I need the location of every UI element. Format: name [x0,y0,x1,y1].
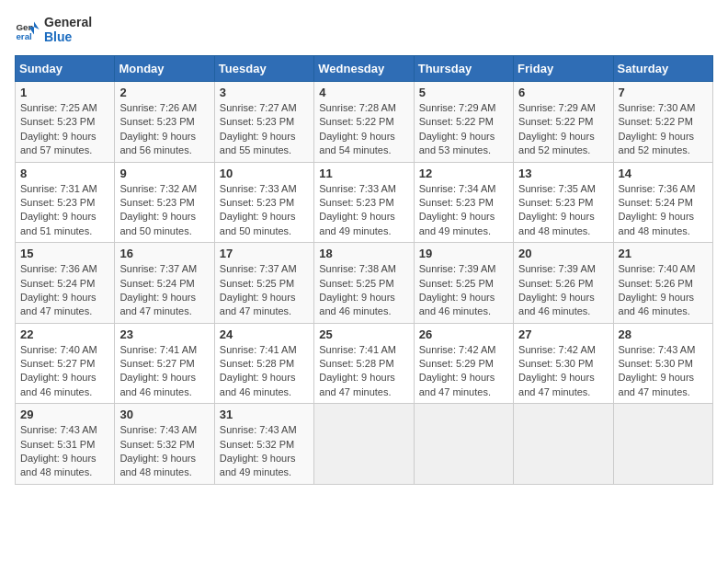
day-number: 14 [619,167,708,180]
day-number: 22 [20,327,109,341]
day-number: 29 [20,408,109,421]
day-detail: Sunrise: 7:27 AM Sunset: 5:23 PM Dayligh… [220,101,309,158]
day-number: 8 [20,167,109,180]
calendar-cell: 2 Sunrise: 7:26 AM Sunset: 5:23 PM Dayli… [115,82,214,163]
day-detail: Sunrise: 7:26 AM Sunset: 5:23 PM Dayligh… [119,101,209,158]
calendar-cell: 1 Sunrise: 7:25 AM Sunset: 5:23 PM Dayli… [16,82,115,163]
day-detail: Sunrise: 7:32 AM Sunset: 5:23 PM Dayligh… [119,182,209,239]
day-number: 17 [220,247,309,260]
header-saturday: Saturday [613,56,712,82]
calendar-cell: 14 Sunrise: 7:36 AM Sunset: 5:24 PM Dayl… [613,162,712,243]
day-number: 21 [619,247,708,260]
logo-text-line1: General [44,15,92,29]
calendar-cell: 24 Sunrise: 7:41 AM Sunset: 5:28 PM Dayl… [214,323,313,404]
day-number: 10 [220,167,309,180]
calendar-cell: 6 Sunrise: 7:29 AM Sunset: 5:22 PM Dayli… [514,82,613,163]
calendar-cell: 4 Sunrise: 7:28 AM Sunset: 5:22 PM Dayli… [314,82,414,163]
calendar-cell: 9 Sunrise: 7:32 AM Sunset: 5:23 PM Dayli… [115,162,214,243]
day-number: 18 [319,247,408,260]
day-number: 28 [619,327,708,341]
calendar-cell: 29 Sunrise: 7:43 AM Sunset: 5:31 PM Dayl… [16,404,115,485]
day-detail: Sunrise: 7:36 AM Sunset: 5:24 PM Dayligh… [20,262,109,319]
calendar-cell: 7 Sunrise: 7:30 AM Sunset: 5:22 PM Dayli… [613,82,712,163]
page-header: Gen eral General Blue [15,15,713,44]
header-thursday: Thursday [414,56,513,82]
calendar-cell: 8 Sunrise: 7:31 AM Sunset: 5:23 PM Dayli… [16,162,115,243]
week-row-1: 1 Sunrise: 7:25 AM Sunset: 5:23 PM Dayli… [16,82,713,163]
day-number: 27 [518,327,608,341]
calendar-cell: 20 Sunrise: 7:39 AM Sunset: 5:26 PM Dayl… [514,243,613,324]
day-detail: Sunrise: 7:29 AM Sunset: 5:22 PM Dayligh… [518,101,608,158]
calendar-cell: 10 Sunrise: 7:33 AM Sunset: 5:23 PM Dayl… [214,162,313,243]
day-number: 7 [619,86,708,99]
logo-icon: Gen eral [15,17,40,42]
day-detail: Sunrise: 7:35 AM Sunset: 5:23 PM Dayligh… [518,182,608,239]
calendar-cell: 5 Sunrise: 7:29 AM Sunset: 5:22 PM Dayli… [414,82,513,163]
day-detail: Sunrise: 7:39 AM Sunset: 5:25 PM Dayligh… [419,262,508,319]
day-detail: Sunrise: 7:25 AM Sunset: 5:23 PM Dayligh… [20,101,109,158]
svg-text:eral: eral [16,31,32,41]
day-detail: Sunrise: 7:28 AM Sunset: 5:22 PM Dayligh… [319,101,408,158]
day-detail: Sunrise: 7:30 AM Sunset: 5:22 PM Dayligh… [619,101,708,158]
day-detail: Sunrise: 7:37 AM Sunset: 5:24 PM Dayligh… [119,262,209,319]
day-detail: Sunrise: 7:34 AM Sunset: 5:23 PM Dayligh… [419,182,508,239]
day-number: 12 [419,167,508,180]
calendar-cell: 26 Sunrise: 7:42 AM Sunset: 5:29 PM Dayl… [414,323,513,404]
day-detail: Sunrise: 7:40 AM Sunset: 5:26 PM Dayligh… [619,262,708,319]
header-friday: Friday [514,56,613,82]
calendar-cell: 27 Sunrise: 7:42 AM Sunset: 5:30 PM Dayl… [514,323,613,404]
day-number: 26 [419,327,508,341]
day-number: 2 [119,86,209,99]
calendar-cell [414,404,513,485]
day-detail: Sunrise: 7:42 AM Sunset: 5:29 PM Dayligh… [419,343,508,400]
day-number: 25 [319,327,408,341]
day-detail: Sunrise: 7:38 AM Sunset: 5:25 PM Dayligh… [319,262,408,319]
day-detail: Sunrise: 7:43 AM Sunset: 5:32 PM Dayligh… [220,423,309,480]
day-detail: Sunrise: 7:37 AM Sunset: 5:25 PM Dayligh… [220,262,309,319]
calendar-cell: 16 Sunrise: 7:37 AM Sunset: 5:24 PM Dayl… [115,243,214,324]
day-detail: Sunrise: 7:29 AM Sunset: 5:22 PM Dayligh… [419,101,508,158]
header-wednesday: Wednesday [314,56,414,82]
day-detail: Sunrise: 7:43 AM Sunset: 5:31 PM Dayligh… [20,423,109,480]
day-number: 3 [220,86,309,99]
day-number: 11 [319,167,408,180]
calendar-cell: 30 Sunrise: 7:43 AM Sunset: 5:32 PM Dayl… [115,404,214,485]
week-row-2: 8 Sunrise: 7:31 AM Sunset: 5:23 PM Dayli… [16,162,713,243]
day-detail: Sunrise: 7:33 AM Sunset: 5:23 PM Dayligh… [220,182,309,239]
week-row-4: 22 Sunrise: 7:40 AM Sunset: 5:27 PM Dayl… [16,323,713,404]
day-detail: Sunrise: 7:41 AM Sunset: 5:27 PM Dayligh… [119,343,209,400]
day-detail: Sunrise: 7:31 AM Sunset: 5:23 PM Dayligh… [20,182,109,239]
day-detail: Sunrise: 7:41 AM Sunset: 5:28 PM Dayligh… [220,343,309,400]
calendar-cell: 22 Sunrise: 7:40 AM Sunset: 5:27 PM Dayl… [16,323,115,404]
week-row-3: 15 Sunrise: 7:36 AM Sunset: 5:24 PM Dayl… [16,243,713,324]
calendar-cell: 17 Sunrise: 7:37 AM Sunset: 5:25 PM Dayl… [214,243,313,324]
calendar-cell: 23 Sunrise: 7:41 AM Sunset: 5:27 PM Dayl… [115,323,214,404]
calendar-header-row: SundayMondayTuesdayWednesdayThursdayFrid… [16,56,713,82]
calendar-cell [314,404,414,485]
logo-text-line2: Blue [44,29,92,44]
calendar-cell: 12 Sunrise: 7:34 AM Sunset: 5:23 PM Dayl… [414,162,513,243]
day-number: 4 [319,86,408,99]
day-detail: Sunrise: 7:39 AM Sunset: 5:26 PM Dayligh… [518,262,608,319]
calendar-table: SundayMondayTuesdayWednesdayThursdayFrid… [15,55,713,485]
day-number: 20 [518,247,608,260]
calendar-cell: 3 Sunrise: 7:27 AM Sunset: 5:23 PM Dayli… [214,82,313,163]
calendar-cell: 11 Sunrise: 7:33 AM Sunset: 5:23 PM Dayl… [314,162,414,243]
calendar-body: 1 Sunrise: 7:25 AM Sunset: 5:23 PM Dayli… [16,82,713,485]
day-number: 6 [518,86,608,99]
calendar-cell: 21 Sunrise: 7:40 AM Sunset: 5:26 PM Dayl… [613,243,712,324]
calendar-cell [514,404,613,485]
calendar-cell: 31 Sunrise: 7:43 AM Sunset: 5:32 PM Dayl… [214,404,313,485]
day-detail: Sunrise: 7:43 AM Sunset: 5:32 PM Dayligh… [119,423,209,480]
day-detail: Sunrise: 7:36 AM Sunset: 5:24 PM Dayligh… [619,182,708,239]
day-number: 1 [20,86,109,99]
day-number: 23 [119,327,209,341]
calendar-cell: 28 Sunrise: 7:43 AM Sunset: 5:30 PM Dayl… [613,323,712,404]
day-detail: Sunrise: 7:43 AM Sunset: 5:30 PM Dayligh… [619,343,708,400]
day-number: 13 [518,167,608,180]
day-number: 9 [119,167,209,180]
day-detail: Sunrise: 7:41 AM Sunset: 5:28 PM Dayligh… [319,343,408,400]
week-row-5: 29 Sunrise: 7:43 AM Sunset: 5:31 PM Dayl… [16,404,713,485]
day-number: 15 [20,247,109,260]
calendar-cell: 13 Sunrise: 7:35 AM Sunset: 5:23 PM Dayl… [514,162,613,243]
